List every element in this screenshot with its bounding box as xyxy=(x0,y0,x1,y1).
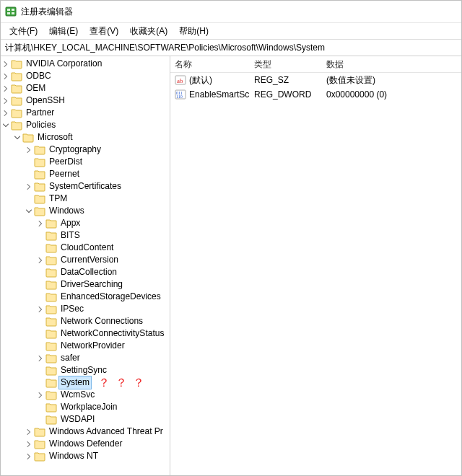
folder-icon xyxy=(45,291,57,303)
tree-node[interactable]: Network Connections xyxy=(1,315,170,327)
value-name: (默认) xyxy=(189,74,212,87)
folder-icon xyxy=(45,316,57,327)
tree-node[interactable]: NVIDIA Corporation xyxy=(1,58,170,70)
titlebar[interactable]: 注册表编辑器 xyxy=(1,1,461,23)
menu-file[interactable]: 文件(F) xyxy=(4,24,43,39)
tree-node[interactable]: Windows Advanced Threat Pr xyxy=(1,426,170,438)
chevron-right-icon[interactable] xyxy=(1,59,11,69)
tree-node[interactable]: safer xyxy=(1,352,170,364)
values-pane: 名称 类型 数据 (默认)REG_SZ(数值未设置)EnableSmartSc.… xyxy=(170,56,461,475)
chevron-right-icon[interactable] xyxy=(35,255,45,265)
menu-edit[interactable]: 编辑(E) xyxy=(43,24,84,39)
tree-node-label: EnhancedStorageDevices xyxy=(59,291,162,303)
tree-node[interactable]: WSDAPI xyxy=(1,413,170,426)
tree-node[interactable]: CurrentVersion xyxy=(1,254,170,266)
svg-rect-4 xyxy=(12,12,14,14)
tree-node[interactable]: TPM xyxy=(1,193,170,205)
svg-rect-3 xyxy=(7,12,10,14)
col-header-name[interactable]: 名称 xyxy=(170,58,250,71)
tree-node[interactable]: WcmSvc xyxy=(1,389,170,401)
chevron-right-icon[interactable] xyxy=(1,108,11,118)
chevron-right-icon[interactable] xyxy=(24,451,34,462)
chevron-right-icon[interactable] xyxy=(35,304,45,314)
tree-node-label: DriverSearching xyxy=(59,278,124,291)
tree-node[interactable]: DriverSearching xyxy=(1,278,170,291)
tree-node-label: Appx xyxy=(59,217,82,229)
folder-icon xyxy=(45,218,57,229)
tree-node-label: CurrentVersion xyxy=(59,254,120,266)
chevron-right-icon[interactable] xyxy=(35,219,45,229)
value-row[interactable]: (默认)REG_SZ(数值未设置) xyxy=(170,73,461,87)
address-bar[interactable]: 计算机\HKEY_LOCAL_MACHINE\SOFTWARE\Policies… xyxy=(1,40,461,56)
chevron-down-icon[interactable] xyxy=(12,133,22,143)
tree-node[interactable]: SettingSync xyxy=(1,364,170,376)
value-name: EnableSmartSc... xyxy=(189,89,250,100)
chevron-right-icon[interactable] xyxy=(1,84,11,94)
tree-node[interactable]: Cryptography xyxy=(1,144,170,156)
tree-node[interactable]: Microsoft xyxy=(1,131,170,144)
chevron-right-icon[interactable] xyxy=(24,145,34,155)
tree-node-label: OpenSSH xyxy=(25,94,66,107)
tree-node[interactable]: WorkplaceJoin xyxy=(1,401,170,413)
values-list: (默认)REG_SZ(数值未设置)EnableSmartSc...REG_DWO… xyxy=(170,73,461,475)
folder-icon xyxy=(11,95,22,107)
chevron-right-icon[interactable] xyxy=(1,71,11,81)
string-value-icon xyxy=(175,74,186,86)
tree-node[interactable]: IPSec xyxy=(1,303,170,315)
annotation-marks: ？？？ xyxy=(91,376,150,389)
tree-node[interactable]: System？？？ xyxy=(1,376,170,389)
menu-favorites[interactable]: 收藏夹(A) xyxy=(124,24,173,39)
chevron-down-icon[interactable] xyxy=(24,206,34,216)
menu-help[interactable]: 帮助(H) xyxy=(173,24,214,39)
value-type: REG_SZ xyxy=(250,75,322,85)
tree-node[interactable]: EnhancedStorageDevices xyxy=(1,291,170,303)
main-body: NVIDIA CorporationODBCOEMOpenSSHPartnerP… xyxy=(1,56,461,475)
tree-node[interactable]: CloudContent xyxy=(1,242,170,254)
tree-node-label: Policies xyxy=(25,119,57,131)
tree-node[interactable]: SystemCertificates xyxy=(1,180,170,193)
tree-node[interactable]: DataCollection xyxy=(1,266,170,278)
chevron-right-icon[interactable] xyxy=(1,96,11,106)
chevron-right-icon[interactable] xyxy=(24,182,34,192)
tree-node[interactable]: BITS xyxy=(1,229,170,242)
tree-node[interactable]: OpenSSH xyxy=(1,94,170,107)
tree-node-label: Windows NT xyxy=(48,450,100,462)
chevron-right-icon[interactable] xyxy=(35,390,45,400)
tree-node[interactable]: Windows Defender xyxy=(1,438,170,450)
tree-node[interactable]: Partner xyxy=(1,107,170,119)
tree-node[interactable]: PeerDist xyxy=(1,156,170,168)
folder-icon xyxy=(11,120,22,131)
tree-node[interactable]: NetworkConnectivityStatus xyxy=(1,327,170,340)
folder-icon xyxy=(45,340,57,352)
chevron-right-icon[interactable] xyxy=(35,353,45,363)
folder-icon xyxy=(34,157,45,168)
tree-node[interactable]: Peernet xyxy=(1,168,170,180)
tree-node[interactable]: ODBC xyxy=(1,70,170,82)
folder-icon xyxy=(45,389,57,401)
tree-node[interactable]: OEM xyxy=(1,82,170,94)
chevron-right-icon[interactable] xyxy=(24,439,34,449)
col-header-data[interactable]: 数据 xyxy=(322,58,461,71)
tree-node[interactable]: NetworkProvider xyxy=(1,340,170,352)
tree-node[interactable]: Windows xyxy=(1,205,170,217)
tree-node[interactable]: Appx xyxy=(1,217,170,229)
tree-node[interactable]: Policies xyxy=(1,119,170,131)
tree-scroll[interactable]: NVIDIA CorporationODBCOEMOpenSSHPartnerP… xyxy=(1,56,170,475)
tree-node-label: ODBC xyxy=(25,70,53,82)
chevron-right-icon[interactable] xyxy=(24,427,34,437)
tree-node-label: CloudContent xyxy=(59,242,115,254)
folder-icon xyxy=(45,267,57,278)
folder-icon xyxy=(45,279,57,291)
chevron-down-icon[interactable] xyxy=(1,120,11,131)
tree-node-label: WSDAPI xyxy=(59,413,96,426)
folder-icon xyxy=(45,377,57,389)
menu-view[interactable]: 查看(V) xyxy=(84,24,124,39)
tree-node-label: Windows Advanced Threat Pr xyxy=(48,426,165,438)
tree-node[interactable]: Windows NT xyxy=(1,450,170,462)
list-header[interactable]: 名称 类型 数据 xyxy=(170,56,461,73)
tree-pane: NVIDIA CorporationODBCOEMOpenSSHPartnerP… xyxy=(1,56,170,475)
tree-node-label: Windows Defender xyxy=(48,438,123,450)
value-row[interactable]: EnableSmartSc...REG_DWORD0x00000000 (0) xyxy=(170,87,461,102)
app-icon xyxy=(5,6,17,17)
col-header-type[interactable]: 类型 xyxy=(250,58,322,71)
